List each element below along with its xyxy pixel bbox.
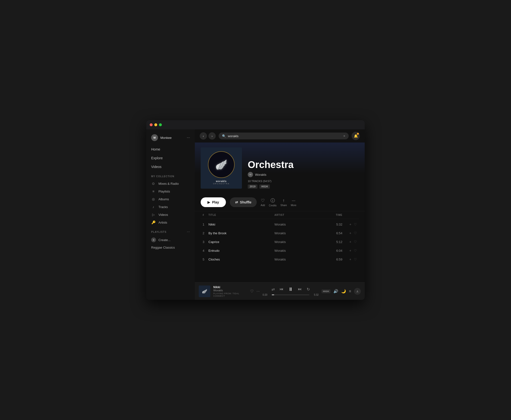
app-window: M Monkee ··· Home Explore Videos MY COLL…: [146, 120, 365, 300]
progress-bar-container: 0:20 5:32: [263, 294, 319, 296]
forward-button[interactable]: ›: [208, 132, 216, 140]
track-artist: Worakls: [274, 231, 323, 235]
next-track-icon[interactable]: ⏭: [298, 287, 302, 291]
sidebar-item-explore[interactable]: Explore: [146, 154, 195, 162]
album-art-artist: worakls: [213, 180, 230, 183]
like-track-icon[interactable]: ♡: [354, 249, 357, 252]
album-label-text: worakls ORCHESTRA: [213, 180, 230, 185]
shuffle-label: Shuffle: [240, 200, 251, 204]
previous-track-icon[interactable]: ⏮: [280, 287, 283, 291]
album-hero: 🪽 worakls ORCHESTRA Orchestra W Worakls: [195, 143, 365, 193]
add-icon: ♡: [261, 198, 265, 203]
user-section[interactable]: M Monkee ···: [146, 133, 195, 145]
search-bar: 🔍 ×: [219, 133, 349, 139]
track-title: Nikki: [208, 223, 274, 226]
like-track-icon[interactable]: ♡: [354, 257, 357, 261]
track-title: Cloches: [208, 258, 274, 261]
table-row[interactable]: 1 Nikki Worakls 5:32 + ♡: [201, 220, 359, 229]
mixes-icon: ⊙: [151, 182, 156, 185]
play-icon: ▶: [207, 200, 210, 204]
back-button[interactable]: ‹: [200, 132, 207, 140]
queue-icon[interactable]: ≡: [349, 289, 351, 294]
table-row[interactable]: 3 Caprice Worakls 5:12 + ♡: [201, 237, 359, 246]
album-controls: ▶ Play ⇄ Shuffle ♡ Add ⓘ Credits ↑ Sha: [195, 193, 365, 211]
add-action[interactable]: ♡ Add: [261, 198, 265, 207]
add-track-icon[interactable]: +: [349, 222, 351, 226]
sidebar-item-tracks[interactable]: ♪ Tracks: [146, 203, 195, 211]
track-artist: Worakls: [274, 249, 323, 252]
track-artist: Worakls: [274, 240, 323, 244]
playlists-icon: ≡: [151, 189, 156, 193]
now-playing-info: Nikki Worakls PLAYING FROM: TIDAL CONNEC…: [213, 286, 247, 297]
credits-action[interactable]: ⓘ Credits: [269, 198, 277, 207]
lyrics-icon[interactable]: 🌙: [341, 289, 346, 294]
shuffle-icon: ⇄: [235, 200, 238, 204]
user-more-icon[interactable]: ···: [187, 135, 190, 140]
sidebar-item-mixes[interactable]: ⊙ Mixes & Radio: [146, 180, 195, 187]
now-playing-art: 🪽: [199, 286, 210, 297]
track-title: Entrudo: [208, 249, 274, 252]
search-input[interactable]: [228, 134, 341, 138]
credits-icon: ⓘ: [271, 198, 275, 203]
expand-button[interactable]: ∧: [354, 288, 361, 295]
album-logo-icon: 🪽: [215, 159, 227, 170]
close-button[interactable]: [150, 123, 153, 126]
artist-name[interactable]: Worakls: [255, 173, 266, 176]
table-row[interactable]: 2 By the Brook Worakls 6:54 + ♡: [201, 229, 359, 237]
table-row[interactable]: 5 Cloches Worakls 6:59 + ♡: [201, 255, 359, 264]
mixes-label: Mixes & Radio: [158, 182, 179, 185]
like-now-playing-icon[interactable]: ♡: [250, 289, 254, 294]
traffic-lights: [150, 123, 162, 126]
notifications-button[interactable]: 🔔: [352, 132, 360, 140]
like-track-icon[interactable]: ♡: [354, 240, 357, 244]
repeat-icon[interactable]: ↻: [307, 287, 310, 292]
minimize-button[interactable]: [154, 123, 157, 126]
album-circle: 🪽: [208, 151, 235, 178]
play-button[interactable]: ▶ Play: [201, 197, 226, 207]
sidebar-item-videos[interactable]: Videos: [146, 162, 195, 171]
pause-button[interactable]: ⏸: [288, 286, 293, 292]
add-track-icon[interactable]: +: [349, 249, 351, 252]
shuffle-playback-icon[interactable]: ⇄: [272, 287, 275, 292]
table-row[interactable]: 4 Entrudo Worakls 6:04 + ♡: [201, 246, 359, 255]
playlist-item-reggae[interactable]: Reggae Classics: [146, 244, 195, 251]
album-title: Orchestra: [248, 159, 359, 170]
create-playlist-button[interactable]: + Create...: [146, 235, 195, 244]
clear-search-button[interactable]: ×: [343, 134, 345, 138]
tracks-count: 10 TRACKS: [248, 180, 262, 183]
add-track-icon[interactable]: +: [349, 257, 351, 261]
now-playing-bar: 🪽 Nikki Worakls PLAYING FROM: TIDAL CONN…: [195, 282, 365, 300]
videos2-label: Videos: [158, 213, 168, 217]
add-track-icon[interactable]: +: [349, 231, 351, 235]
col-num: #: [203, 214, 208, 216]
track-time: 5:12: [323, 240, 342, 244]
share-action[interactable]: ↑ Share: [280, 198, 287, 207]
sidebar-item-videos2[interactable]: ▷ Videos: [146, 211, 195, 218]
maximize-button[interactable]: [159, 123, 162, 126]
album-art-title: ORCHESTRA: [213, 183, 230, 185]
like-track-icon[interactable]: ♡: [354, 231, 357, 235]
app-body: M Monkee ··· Home Explore Videos MY COLL…: [146, 129, 365, 300]
add-track-icon[interactable]: +: [349, 240, 351, 244]
album-tags: 2019 HIGH: [248, 185, 359, 189]
sidebar-item-home[interactable]: Home: [146, 145, 195, 154]
tracks-label: Tracks: [158, 205, 168, 209]
sidebar-item-playlists[interactable]: ≡ Playlists: [146, 187, 195, 195]
track-list-header: # TITLE ARTIST TIME: [201, 211, 359, 219]
volume-icon[interactable]: 🔊: [333, 289, 338, 294]
now-playing-more-icon[interactable]: ···: [256, 289, 260, 294]
sidebar-item-albums[interactable]: ◎ Albums: [146, 195, 195, 203]
like-track-icon[interactable]: ♡: [354, 222, 357, 226]
avatar: M: [151, 134, 158, 141]
progress-bar[interactable]: [272, 294, 309, 295]
nav-arrows: ‹ ›: [200, 132, 216, 140]
main-content: ‹ › 🔍 × 🔔 🪽: [195, 129, 365, 300]
sidebar-item-artists[interactable]: 🔑 Artists: [146, 218, 195, 226]
playlists-more-icon[interactable]: ···: [187, 230, 190, 234]
sidebar: M Monkee ··· Home Explore Videos MY COLL…: [146, 129, 195, 300]
track-number: 2: [203, 231, 208, 235]
artists-label: Artists: [158, 221, 167, 224]
shuffle-button[interactable]: ⇄ Shuffle: [230, 197, 257, 207]
more-action[interactable]: ··· More: [291, 198, 296, 207]
track-title: By the Brook: [208, 231, 274, 235]
